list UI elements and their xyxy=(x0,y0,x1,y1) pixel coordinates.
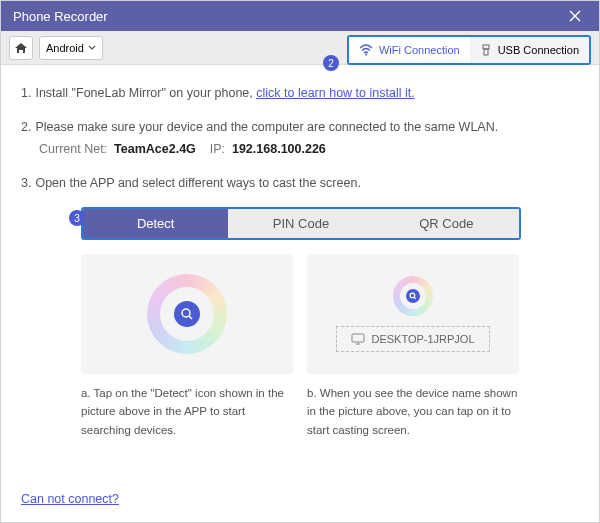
current-net-label: Current Net: xyxy=(39,142,107,156)
step-3-num: 3. xyxy=(21,173,31,193)
step-1-num: 1. xyxy=(21,83,31,103)
usb-tab-label: USB Connection xyxy=(498,44,579,56)
device-name-box: DESKTOP-1JRPJOL xyxy=(336,326,489,352)
step-badge-3: 3 xyxy=(69,210,85,226)
wifi-tab-label: WiFi Connection xyxy=(379,44,460,56)
card-b-caption: b. When you see the device name shown in… xyxy=(307,384,519,439)
toolbar: Android WiFi Connection USB Connection xyxy=(1,31,599,65)
device-name-value: DESKTOP-1JRPJOL xyxy=(371,333,474,345)
svg-rect-1 xyxy=(483,45,489,49)
current-net-value: TeamAce2.4G xyxy=(114,142,196,156)
monitor-icon xyxy=(351,333,365,345)
instruction-cards: a. Tap on the "Detect" icon shown in the… xyxy=(81,254,519,439)
close-button[interactable] xyxy=(563,10,587,22)
color-ring-icon xyxy=(147,274,227,354)
titlebar: Phone Recorder xyxy=(1,1,599,31)
cannot-connect-link[interactable]: Can not connect? xyxy=(21,492,119,506)
svg-rect-5 xyxy=(352,334,364,342)
small-ring-wrapper xyxy=(393,276,433,316)
chevron-down-icon xyxy=(88,45,96,51)
step-2-text: Please make sure your device and the com… xyxy=(35,117,498,137)
step-3: 3. Open the APP and select different way… xyxy=(21,173,579,193)
close-icon xyxy=(569,10,581,22)
connection-tabs: WiFi Connection USB Connection xyxy=(347,35,591,65)
card-b: DESKTOP-1JRPJOL b. When you see the devi… xyxy=(307,254,519,439)
home-button[interactable] xyxy=(9,36,33,60)
home-icon xyxy=(14,41,28,55)
detect-search-small-icon xyxy=(406,289,420,303)
window-title: Phone Recorder xyxy=(13,9,563,24)
card-a-image xyxy=(81,254,293,374)
step-2: 2. Please make sure your device and the … xyxy=(21,117,579,159)
svg-point-3 xyxy=(182,309,190,317)
ip-value: 192.168.100.226 xyxy=(232,142,326,156)
svg-point-4 xyxy=(410,293,415,298)
tab-detect[interactable]: Detect xyxy=(83,209,228,238)
network-info: Current Net: TeamAce2.4G IP: 192.168.100… xyxy=(39,139,579,159)
detect-search-icon xyxy=(174,301,200,327)
step-1-text: Install "FoneLab Mirror" on your phone, xyxy=(35,86,256,100)
step-2-num: 2. xyxy=(21,117,31,137)
step-3-text: Open the APP and select different ways t… xyxy=(35,173,360,193)
tab-pin-code[interactable]: PIN Code xyxy=(228,209,373,238)
ip-label: IP: xyxy=(210,142,225,156)
content-area: 1. Install "FoneLab Mirror" on your phon… xyxy=(1,65,599,449)
platform-label: Android xyxy=(46,42,84,54)
wifi-connection-tab[interactable]: WiFi Connection xyxy=(349,37,470,63)
svg-rect-2 xyxy=(484,49,488,55)
color-ring-small-icon xyxy=(393,276,433,316)
tab-qr-code[interactable]: QR Code xyxy=(374,209,519,238)
card-b-image: DESKTOP-1JRPJOL xyxy=(307,254,519,374)
platform-select[interactable]: Android xyxy=(39,36,103,60)
usb-icon xyxy=(480,44,492,56)
wifi-icon xyxy=(359,44,373,56)
step-1: 1. Install "FoneLab Mirror" on your phon… xyxy=(21,83,579,103)
step-badge-2: 2 xyxy=(323,55,339,71)
card-a-caption: a. Tap on the "Detect" icon shown in the… xyxy=(81,384,293,439)
cast-mode-tabs: Detect PIN Code QR Code xyxy=(81,207,521,240)
svg-point-0 xyxy=(365,54,367,56)
app-window: Phone Recorder Android WiFi Connection U… xyxy=(0,0,600,523)
install-help-link[interactable]: click to learn how to install it. xyxy=(256,86,414,100)
usb-connection-tab[interactable]: USB Connection xyxy=(470,37,589,63)
card-a: a. Tap on the "Detect" icon shown in the… xyxy=(81,254,293,439)
